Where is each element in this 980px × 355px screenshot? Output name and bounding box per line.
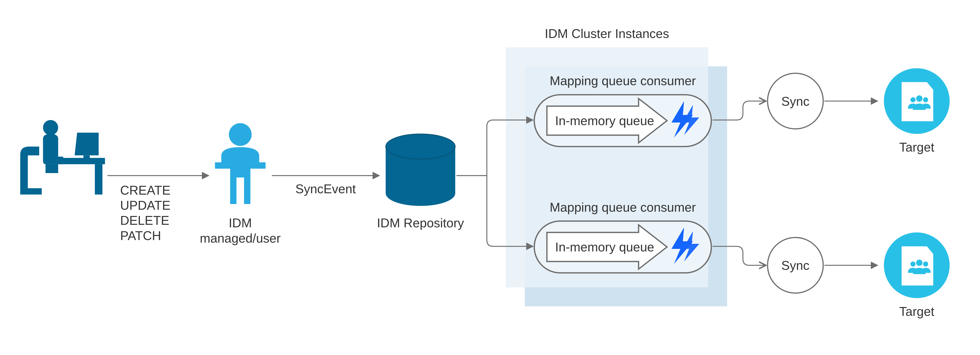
sync-node-top: Sync	[768, 73, 823, 129]
svg-rect-8	[215, 162, 224, 169]
op-delete: DELETE	[120, 214, 169, 228]
idm-user-label-2: managed/user	[200, 231, 281, 246]
svg-rect-6	[83, 155, 90, 159]
consumer-bottom: Mapping queue consumer In-memory queue	[534, 200, 711, 273]
repository-label: IDM Repository	[377, 216, 464, 230]
queue-label-top: In-memory queue	[555, 114, 654, 128]
svg-point-2	[43, 120, 58, 135]
svg-point-22	[916, 260, 923, 266]
queue-label-bottom: In-memory queue	[555, 240, 654, 254]
cluster-title: IDM Cluster Instances	[545, 27, 669, 41]
target-bottom: Target	[884, 233, 950, 319]
svg-point-7	[229, 123, 252, 146]
sync-label-bottom: Sync	[781, 258, 809, 273]
consumer-bottom-title: Mapping queue consumer	[550, 200, 696, 214]
svg-rect-9	[257, 162, 266, 169]
idm-repository-icon	[386, 134, 455, 206]
consumer-top-title: Mapping queue consumer	[550, 74, 696, 88]
op-update: UPDATE	[120, 198, 170, 212]
svg-rect-5	[95, 164, 102, 195]
svg-point-18	[916, 95, 923, 101]
sync-label-top: Sync	[781, 94, 809, 108]
svg-point-19	[923, 97, 928, 102]
workstation-user-icon	[20, 120, 105, 195]
consumer-top: Mapping queue consumer In-memory queue	[534, 74, 711, 146]
idm-user-icon	[215, 123, 266, 204]
op-create: CREATE	[120, 183, 170, 197]
diagram-canvas: CREATE UPDATE DELETE PATCH IDM managed/u…	[0, 0, 980, 343]
svg-point-12	[386, 181, 455, 206]
svg-rect-4	[57, 158, 105, 164]
svg-rect-0	[20, 155, 28, 189]
svg-rect-1	[20, 188, 42, 195]
svg-point-23	[923, 261, 928, 266]
svg-point-17	[910, 97, 915, 102]
op-patch: PATCH	[120, 229, 161, 243]
svg-point-21	[910, 261, 915, 266]
sync-node-bottom: Sync	[768, 238, 823, 293]
idm-user-label-1: IDM	[229, 216, 252, 230]
operations-list: CREATE UPDATE DELETE PATCH	[120, 183, 170, 243]
svg-rect-3	[46, 164, 58, 173]
sync-event-label: SyncEvent	[295, 182, 356, 196]
target-label-bottom: Target	[899, 304, 934, 319]
target-top: Target	[884, 68, 950, 154]
target-label-top: Target	[899, 140, 934, 154]
